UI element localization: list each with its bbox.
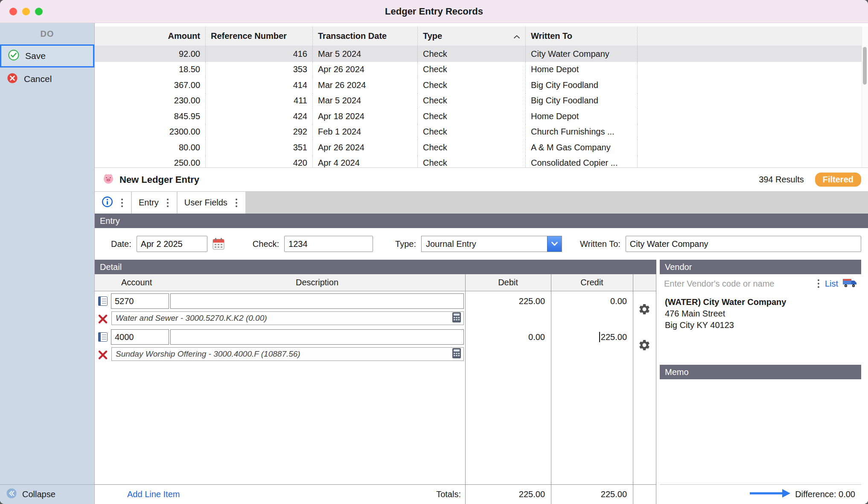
account-info-box: Water and Sewer - 3000.5270.K.K2 (0.00) [111, 311, 464, 325]
info-tab[interactable] [95, 192, 132, 214]
debit-cell[interactable]: 225.00 [465, 296, 551, 306]
cell-written-to: Consolidated Copier ... [526, 155, 638, 168]
description-input[interactable] [170, 293, 464, 309]
date-input[interactable] [137, 236, 207, 252]
cell-reference: 420 [206, 155, 313, 168]
column-header-date[interactable]: Transaction Date [313, 26, 418, 46]
difference-arrow-icon [750, 489, 791, 500]
credit-cell[interactable]: 225.00 [551, 332, 633, 342]
memo-input[interactable] [660, 379, 861, 484]
detail-column-account: Account [111, 274, 169, 291]
vendor-search-input[interactable] [664, 279, 812, 289]
vendor-section-header: Vendor [660, 260, 861, 274]
vendor-list-link[interactable]: List [825, 279, 838, 289]
green-check-circle-icon [8, 50, 19, 63]
user-fields-tab-menu-icon[interactable] [234, 199, 239, 207]
cell-reference: 414 [206, 77, 313, 93]
cell-written-to: Big City Foodland [526, 77, 638, 93]
close-window-button[interactable] [9, 8, 17, 15]
cell-amount: 80.00 [95, 140, 206, 155]
vendor-panel: Vendor List [660, 260, 861, 504]
line-settings-gear-icon[interactable] [633, 327, 656, 363]
sidebar: DO Save Cancel Collapse [0, 23, 95, 504]
scrollbar-thumb[interactable] [863, 47, 867, 85]
table-row[interactable]: 92.00 416 Mar 5 2024 Check City Water Co… [95, 46, 868, 62]
zoom-window-button[interactable] [35, 8, 43, 15]
cell-written-to: City Water Company [526, 46, 638, 62]
cell-reference: 416 [206, 46, 313, 62]
description-input[interactable] [170, 329, 464, 345]
tab-entry[interactable]: Entry [132, 192, 178, 214]
tabbar: Entry User Fields [95, 191, 868, 214]
table-row[interactable]: 230.00 411 Mar 5 2024 Check Big City Foo… [95, 93, 868, 109]
delete-line-icon[interactable] [95, 314, 111, 325]
calendar-icon[interactable] [211, 236, 226, 252]
check-number-input[interactable] [284, 236, 373, 252]
calculator-icon[interactable] [452, 348, 461, 361]
cell-type: Check [418, 124, 526, 140]
delivery-truck-icon[interactable] [842, 278, 857, 290]
column-header-written-to[interactable]: Written To [526, 26, 638, 46]
window-title: Ledger Entry Records [0, 0, 868, 23]
cell-date: Apr 4 2024 [313, 155, 418, 168]
account-info-text: Water and Sewer - 3000.5270.K.K2 (0.00) [116, 314, 449, 323]
table-row[interactable]: 845.95 424 Apr 18 2024 Check Home Depot [95, 108, 868, 124]
memo-section-header: Memo [660, 365, 861, 379]
account-input[interactable]: 5270 [111, 293, 169, 309]
minimize-window-button[interactable] [22, 8, 30, 15]
delete-line-icon[interactable] [95, 349, 111, 360]
titlebar: Ledger Entry Records [0, 0, 868, 23]
chevron-down-icon[interactable] [547, 236, 562, 252]
line-settings-gear-icon[interactable] [633, 291, 656, 327]
detail-column-credit: Credit [551, 274, 633, 291]
type-label: Type: [395, 239, 416, 249]
add-line-item-link[interactable]: Add Line Item [127, 489, 180, 499]
info-menu-icon[interactable] [120, 199, 124, 207]
debit-cell[interactable]: 0.00 [465, 332, 551, 342]
collapse-button[interactable]: Collapse [0, 484, 94, 504]
vendor-search-row: List [660, 274, 861, 293]
filtered-badge[interactable]: Filtered [815, 173, 861, 187]
credit-cell[interactable]: 0.00 [551, 296, 633, 306]
info-icon[interactable] [102, 196, 113, 210]
cell-type: Check [418, 155, 526, 168]
account-lookup-icon[interactable] [95, 296, 111, 307]
vertical-scrollbar[interactable] [862, 26, 868, 167]
tab-entry-label: Entry [139, 198, 159, 208]
table-row[interactable]: 367.00 414 Mar 26 2024 Check Big City Fo… [95, 77, 868, 93]
account-info-box: Sunday Worship Offering - 3000.4000.F (1… [111, 347, 464, 361]
cell-type: Check [418, 140, 526, 155]
difference-label: Difference: 0.00 [795, 489, 855, 499]
cell-date: Apr 26 2024 [313, 140, 418, 155]
table-row[interactable]: 18.50 353 Apr 26 2024 Check Home Depot [95, 62, 868, 78]
app-window: Ledger Entry Records DO Save Cancel [0, 0, 868, 504]
table-row[interactable]: 2300.00 292 Feb 1 2024 Check Church Furn… [95, 124, 868, 140]
column-header-type[interactable]: Type [418, 26, 526, 46]
cell-written-to: Big City Foodland [526, 93, 638, 109]
cell-date: Mar 26 2024 [313, 77, 418, 93]
detail-line-item: 5270 225.00 0.00 [95, 291, 656, 327]
cell-written-to: A & M Gas Company [526, 140, 638, 155]
type-select[interactable]: Journal Entry [421, 236, 562, 252]
total-credit: 225.00 [551, 489, 633, 499]
column-header-amount[interactable]: Amount [95, 26, 206, 46]
vendor-menu-icon[interactable] [816, 279, 821, 288]
panel-title: New Ledger Entry [119, 174, 199, 185]
save-button[interactable]: Save [0, 44, 94, 67]
calculator-icon[interactable] [452, 312, 461, 325]
detail-column-debit: Debit [465, 274, 551, 291]
cell-type: Check [418, 77, 526, 93]
table-row[interactable]: 80.00 351 Apr 26 2024 Check A & M Gas Co… [95, 140, 868, 155]
account-input[interactable]: 4000 [111, 329, 169, 345]
cancel-label: Cancel [24, 74, 52, 84]
entry-tab-menu-icon[interactable] [166, 199, 170, 207]
column-header-reference[interactable]: Reference Number [206, 26, 313, 46]
cancel-button[interactable]: Cancel [0, 67, 94, 91]
detail-totals-row: Add Line Item Totals: 225.00 225.00 [95, 484, 656, 504]
text-cursor [599, 332, 600, 342]
account-lookup-icon[interactable] [95, 331, 111, 343]
written-to-input[interactable] [626, 236, 861, 252]
column-header-filler [638, 26, 868, 46]
tab-user-fields[interactable]: User Fields [178, 192, 246, 214]
table-row[interactable]: 250.00 420 Apr 4 2024 Check Consolidated… [95, 155, 868, 168]
